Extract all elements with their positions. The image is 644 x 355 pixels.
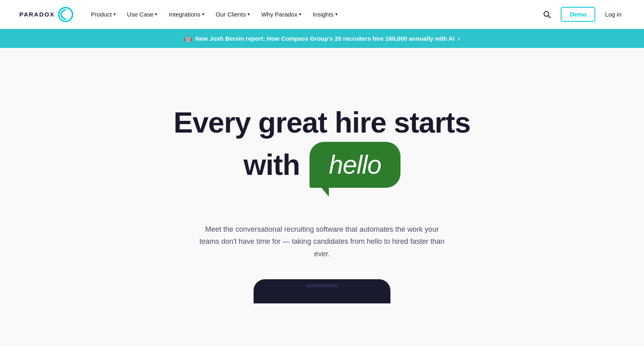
hero-headline-line1: Every great hire starts	[173, 107, 470, 139]
nav-why-paradox[interactable]: Why Paradox ▾	[256, 8, 306, 21]
banner-arrow-icon: ›	[458, 35, 460, 42]
announcement-banner[interactable]: 🤖 New Josh Bersin report: How Compass Gr…	[0, 29, 644, 48]
navbar-left: PARADOX Product ▾ Use Case ▾ Integration…	[19, 7, 343, 22]
login-button[interactable]: Log in	[602, 8, 625, 21]
navbar-right: Demo Log in	[540, 7, 625, 22]
phone-preview	[254, 279, 390, 303]
nav-product[interactable]: Product ▾	[86, 8, 121, 21]
nav-our-clients[interactable]: Our Clients ▾	[211, 8, 255, 21]
nav-links: Product ▾ Use Case ▾ Integrations ▾ Our …	[86, 8, 343, 21]
integrations-chevron-icon: ▾	[202, 12, 204, 17]
search-icon	[543, 10, 551, 19]
chat-bubble: hello	[310, 142, 400, 188]
demo-button[interactable]: Demo	[561, 7, 595, 22]
hero-subline: with hello	[244, 142, 400, 188]
banner-text: New Josh Bersin report: How Compass Grou…	[195, 35, 454, 42]
product-chevron-icon: ▾	[114, 12, 116, 17]
search-button[interactable]	[540, 7, 554, 22]
banner-content: 🤖 New Josh Bersin report: How Compass Gr…	[0, 35, 644, 42]
hero-description: Meet the conversational recruiting softw…	[197, 223, 447, 260]
nav-insights[interactable]: Insights ▾	[308, 8, 343, 21]
banner-emoji: 🤖	[184, 35, 192, 42]
nav-use-case[interactable]: Use Case ▾	[122, 8, 163, 21]
logo[interactable]: PARADOX	[19, 7, 73, 22]
insights-chevron-icon: ▾	[335, 12, 338, 17]
phone-shape	[254, 279, 390, 303]
use-case-chevron-icon: ▾	[155, 12, 157, 17]
brand-name: PARADOX	[19, 11, 55, 18]
logo-icon	[58, 7, 73, 22]
navbar: PARADOX Product ▾ Use Case ▾ Integration…	[0, 0, 644, 29]
chat-bubble-word: hello	[329, 150, 381, 180]
hero-section: Every great hire starts with hello Meet …	[0, 48, 644, 346]
nav-integrations[interactable]: Integrations ▾	[164, 8, 209, 21]
why-paradox-chevron-icon: ▾	[299, 12, 301, 17]
hero-with-text: with	[244, 148, 300, 181]
our-clients-chevron-icon: ▾	[248, 12, 250, 17]
